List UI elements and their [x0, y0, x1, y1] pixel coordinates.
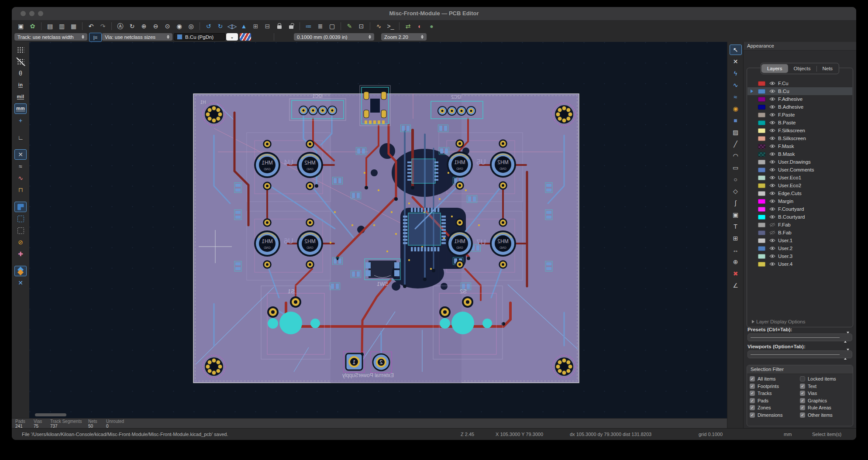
- layer-row-f.adhesive[interactable]: F.Adhesive: [747, 95, 852, 103]
- layer-color-swatch[interactable]: [758, 191, 765, 196]
- tab-objects[interactable]: Objects: [788, 64, 816, 73]
- sketch-footprints-button[interactable]: [14, 225, 27, 236]
- add-dimension-button[interactable]: ↔: [730, 245, 742, 255]
- pad-display-mode-button[interactable]: ⊓: [14, 185, 27, 195]
- layer-row-user.eco1[interactable]: User.Eco1: [747, 174, 852, 182]
- board-setup-button[interactable]: ✿: [27, 21, 38, 31]
- active-layer-selector[interactable]: B.Cu (PgDn): [174, 33, 225, 41]
- show-ratsnest-button[interactable]: ✕: [14, 149, 27, 160]
- add-text-button[interactable]: T: [730, 221, 742, 232]
- flip-button[interactable]: ▲: [238, 21, 249, 31]
- layer-row-f.silkscreen[interactable]: F.Silkscreen: [747, 127, 852, 134]
- rotate-ccw-button[interactable]: ↺: [203, 21, 214, 31]
- delete-tool-button[interactable]: ✖: [730, 268, 742, 279]
- add-rule-area-button[interactable]: ▨: [730, 127, 742, 137]
- coordinate-origin-button[interactable]: ∟: [14, 132, 27, 143]
- board[interactable]: H1: [193, 86, 579, 383]
- grid-visibility-button[interactable]: [14, 45, 27, 55]
- zoom-dropdown[interactable]: Zoom 2.20: [381, 33, 427, 41]
- refill-zones-button[interactable]: ↻: [127, 21, 138, 31]
- eye-visible-icon[interactable]: [768, 199, 776, 203]
- zoom-selection-button[interactable]: ◎: [186, 21, 196, 31]
- tab-nets[interactable]: Nets: [816, 64, 838, 73]
- print-button[interactable]: ▥: [56, 21, 67, 31]
- place-via-button[interactable]: ◉: [730, 103, 742, 114]
- units-mm-button[interactable]: mm: [14, 103, 27, 114]
- eye-hidden-icon[interactable]: [768, 230, 776, 235]
- layer-color-swatch[interactable]: [758, 207, 765, 212]
- viewports-dropdown[interactable]: [747, 350, 852, 358]
- eye-visible-icon[interactable]: [768, 215, 776, 219]
- layer-color-swatch[interactable]: [758, 215, 765, 220]
- checkbox-checked-icon[interactable]: ✓: [750, 384, 755, 389]
- layer-row-f.mask[interactable]: F.Mask: [747, 142, 852, 150]
- layer-color-swatch[interactable]: [758, 175, 765, 180]
- layer-color-swatch[interactable]: [758, 223, 765, 227]
- filter-item-text[interactable]: ✓Text: [800, 383, 850, 389]
- filter-item-tracks[interactable]: ✓Tracks: [750, 390, 800, 396]
- layer-pair-indicator-icon[interactable]: [240, 33, 251, 41]
- layer-row-b.courtyard[interactable]: B.Courtyard: [747, 213, 852, 221]
- draw-arc-button[interactable]: ◠: [730, 151, 742, 161]
- page-settings-button[interactable]: ▤: [45, 21, 55, 31]
- net-inspector-button[interactable]: ≣: [315, 21, 326, 31]
- filter-item-all-items[interactable]: ✓All items: [750, 376, 800, 382]
- layer-color-swatch[interactable]: [758, 199, 765, 204]
- draw-bezier-button[interactable]: ʃ: [730, 198, 742, 208]
- layer-color-swatch[interactable]: [758, 183, 765, 188]
- preferences-tools-button[interactable]: ✕: [14, 278, 27, 288]
- layer-row-user.comments[interactable]: User.Comments: [747, 166, 852, 174]
- checkbox-checked-icon[interactable]: ✓: [750, 412, 755, 418]
- filter-item-footprints[interactable]: ✓Footprints: [750, 383, 800, 389]
- polar-coordinates-button[interactable]: θ: [14, 68, 27, 79]
- draw-line-button[interactable]: ╱: [730, 139, 742, 149]
- filter-item-locked-items[interactable]: Locked items: [800, 376, 850, 382]
- footprint-properties-button[interactable]: ⊡: [356, 21, 367, 31]
- layer-color-swatch[interactable]: [758, 144, 765, 149]
- local-ratsnest-button[interactable]: ✕: [730, 56, 742, 67]
- eye-visible-icon[interactable]: [768, 97, 776, 101]
- checkbox-checked-icon[interactable]: ✓: [800, 384, 805, 389]
- lock-button[interactable]: [274, 21, 285, 31]
- units-inches-button[interactable]: in: [14, 80, 27, 90]
- checkbox-checked-icon[interactable]: ✓: [750, 391, 755, 396]
- eye-visible-icon[interactable]: [768, 238, 776, 243]
- auto-track-width-toggle[interactable]: |=: [89, 33, 102, 42]
- checkbox-unchecked-icon[interactable]: [800, 376, 805, 381]
- layer-color-swatch[interactable]: [758, 136, 765, 141]
- eye-visible-icon[interactable]: [768, 144, 776, 148]
- add-table-button[interactable]: ⊞: [730, 233, 742, 244]
- footprint-editor-button[interactable]: ✎: [344, 21, 355, 31]
- undo-button[interactable]: ↶: [86, 21, 96, 31]
- route-diff-pairs-button[interactable]: ≈: [730, 92, 742, 102]
- net-highlight-mode-button[interactable]: ∿: [14, 173, 27, 183]
- layer-color-swatch[interactable]: [758, 128, 765, 133]
- layer-row-f.paste[interactable]: F.Paste: [747, 111, 852, 119]
- layer-row-edge.cuts[interactable]: Edge.Cuts: [747, 189, 852, 197]
- eye-visible-icon[interactable]: [768, 175, 776, 180]
- checkbox-checked-icon[interactable]: ✓: [750, 398, 755, 403]
- save-button[interactable]: ▣: [15, 21, 26, 31]
- layer-row-f.fab[interactable]: F.Fab: [747, 221, 852, 229]
- checkbox-checked-icon[interactable]: ✓: [800, 412, 805, 418]
- layer-color-swatch[interactable]: [758, 230, 765, 235]
- zone-display-outline-button[interactable]: [14, 213, 27, 224]
- checkbox-checked-icon[interactable]: ✓: [750, 376, 755, 381]
- scripting-console-button[interactable]: >_: [385, 21, 396, 31]
- layer-color-swatch[interactable]: [758, 246, 765, 251]
- drawing-sheet-button[interactable]: ▢: [327, 21, 338, 31]
- grid-overrides-button[interactable]: [14, 56, 27, 67]
- layer-color-swatch[interactable]: [758, 262, 765, 267]
- layer-row-user.3[interactable]: User.3: [747, 252, 852, 260]
- checkbox-checked-icon[interactable]: ✓: [800, 398, 805, 403]
- zoom-fit-button[interactable]: ⊙: [162, 21, 173, 31]
- filter-item-pads[interactable]: ✓Pads: [750, 398, 800, 404]
- filter-item-other-items[interactable]: ✓Other items: [800, 412, 850, 418]
- measure-tool-button[interactable]: ∠: [730, 280, 742, 291]
- layer-color-swatch[interactable]: [758, 113, 765, 117]
- hole-display-mode-button[interactable]: ✚: [14, 249, 27, 259]
- eye-hidden-icon[interactable]: [768, 223, 776, 227]
- checkbox-checked-icon[interactable]: ✓: [750, 405, 755, 410]
- layer-row-b.mask[interactable]: B.Mask: [747, 150, 852, 158]
- horizontal-scrollbar-thumb[interactable]: [35, 413, 66, 416]
